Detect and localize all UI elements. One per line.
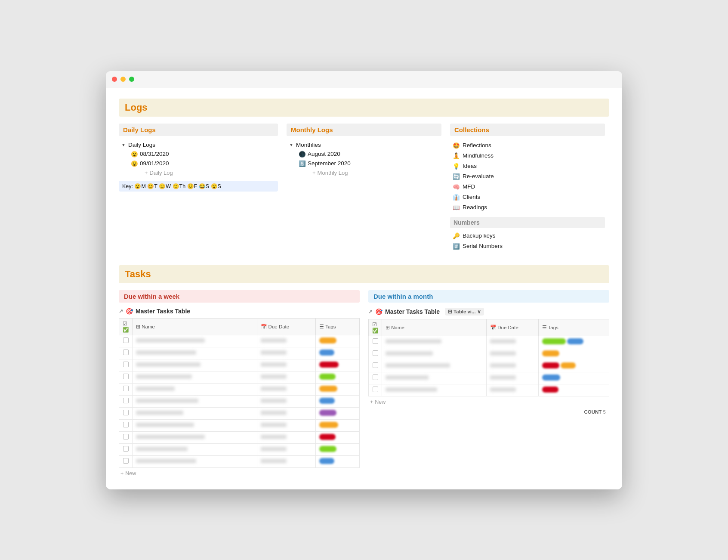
row-checkbox[interactable]: [119, 383, 133, 395]
collection-clients[interactable]: 👔 Clients: [450, 192, 605, 202]
reflections-label: Reflections: [463, 142, 491, 149]
row-name: [133, 455, 257, 467]
emoji-1: 😮: [131, 151, 138, 158]
reevaluate-label: Re-evaluate: [463, 173, 494, 179]
view-badge[interactable]: ⊟ Table vi... ∨: [445, 308, 484, 316]
row-date: [257, 395, 316, 407]
table-row[interactable]: [119, 407, 360, 419]
plus-icon-month: +: [370, 399, 373, 405]
row-checkbox[interactable]: [119, 455, 133, 467]
row-name: [133, 371, 257, 383]
daily-log-item-1[interactable]: 😮 08/31/2020: [128, 149, 278, 159]
th-tags-week: ☰ Tags: [316, 318, 360, 335]
row-checkbox[interactable]: [369, 384, 382, 396]
monthly-logs-header: Monthly Logs: [287, 124, 441, 136]
table-row[interactable]: [119, 443, 360, 455]
triangle-icon-2: ▼: [289, 142, 293, 147]
row-tags: [538, 372, 609, 384]
monthly-item-sep[interactable]: 5️⃣ September 2020: [296, 159, 441, 168]
row-tags: [316, 443, 360, 455]
collections-header: Collections: [450, 124, 605, 136]
daily-logs-tree-label: Daily Logs: [128, 142, 155, 148]
row-date: [257, 419, 316, 431]
collection-reflections[interactable]: 🤩 Reflections: [450, 140, 605, 151]
row-tags: [538, 336, 609, 348]
reevaluate-emoji: 🔄: [453, 173, 460, 180]
readings-label: Readings: [463, 204, 487, 210]
row-checkbox[interactable]: [119, 419, 133, 431]
collection-ideas[interactable]: 💡 Ideas: [450, 161, 605, 171]
row-date: [257, 455, 316, 467]
row-checkbox[interactable]: [119, 407, 133, 419]
row-tags: [538, 348, 609, 360]
row-checkbox[interactable]: [119, 347, 133, 359]
ideas-label: Ideas: [463, 163, 477, 169]
row-tags: [316, 359, 360, 371]
maximize-button[interactable]: [129, 77, 134, 82]
row-name: [382, 348, 487, 360]
row-name: [133, 335, 257, 347]
table-row[interactable]: [369, 372, 609, 384]
add-new-month[interactable]: + New: [368, 396, 609, 408]
row-checkbox[interactable]: [119, 443, 133, 455]
mindfulness-label: Mindfulness: [463, 152, 494, 159]
row-checkbox[interactable]: [369, 336, 382, 348]
th-name-week: ⊞ Name: [133, 318, 257, 335]
collection-readings[interactable]: 📖 Readings: [450, 202, 605, 213]
monthly-items: 🌑 August 2020 5️⃣ September 2020 + Month…: [287, 149, 441, 177]
table-row[interactable]: [369, 348, 609, 360]
monthlies-tree-root[interactable]: ▼ Monthlies: [287, 140, 441, 149]
collection-reevaluate[interactable]: 🔄 Re-evaluate: [450, 171, 605, 182]
row-checkbox[interactable]: [369, 372, 382, 384]
collection-serial-numbers[interactable]: #️⃣ Serial Numbers: [450, 241, 605, 251]
due-week-table-title: ↗ 🎯 Master Tasks Table: [119, 308, 360, 315]
titlebar: [106, 71, 622, 88]
row-name: [133, 407, 257, 419]
table-row[interactable]: [119, 359, 360, 371]
row-checkbox[interactable]: [119, 335, 133, 347]
table-icon: ⊟: [448, 309, 452, 315]
row-date: [487, 384, 538, 396]
arrow-icon-week: ↗: [119, 308, 123, 314]
table-row[interactable]: [369, 384, 609, 396]
add-monthly-log[interactable]: + Monthly Log: [296, 168, 441, 177]
daily-log-item-2[interactable]: 😮 09/01/2020: [128, 159, 278, 168]
backup-label: Backup keys: [463, 232, 496, 239]
triangle-icon: ▼: [121, 142, 126, 147]
mfd-emoji: 🧠: [453, 183, 460, 190]
main-content: Logs Daily Logs ▼ Daily Logs 😮 08/31/202…: [106, 88, 622, 489]
row-tags: [316, 395, 360, 407]
daily-logs-tree-root[interactable]: ▼ Daily Logs: [119, 140, 278, 149]
tasks-section-header: Tasks: [119, 265, 609, 283]
table-row[interactable]: [119, 395, 360, 407]
monthly-item-aug[interactable]: 🌑 August 2020: [296, 149, 441, 159]
collection-mfd[interactable]: 🧠 MFD: [450, 182, 605, 192]
minimize-button[interactable]: [120, 77, 126, 82]
month-table-name: Master Tasks Table: [385, 308, 440, 315]
table-row[interactable]: [369, 360, 609, 372]
add-daily-log[interactable]: + Daily Log: [128, 168, 278, 177]
th-date-month: 📅 Due Date: [487, 319, 538, 336]
row-checkbox[interactable]: [369, 348, 382, 360]
row-checkbox[interactable]: [369, 360, 382, 372]
table-row[interactable]: [369, 336, 609, 348]
sep-label: September 2020: [308, 160, 351, 167]
table-row[interactable]: [119, 335, 360, 347]
table-row[interactable]: [119, 455, 360, 467]
row-checkbox[interactable]: [119, 395, 133, 407]
collection-backup-keys[interactable]: 🔑 Backup keys: [450, 231, 605, 241]
plus-icon: +: [145, 170, 148, 176]
table-row[interactable]: [119, 419, 360, 431]
row-checkbox[interactable]: [119, 359, 133, 371]
row-name: [133, 395, 257, 407]
add-daily-label: Daily Log: [150, 170, 173, 176]
table-row[interactable]: [119, 383, 360, 395]
table-row[interactable]: [119, 347, 360, 359]
table-row[interactable]: [119, 431, 360, 443]
row-checkbox[interactable]: [119, 371, 133, 383]
row-checkbox[interactable]: [119, 431, 133, 443]
close-button[interactable]: [112, 77, 117, 82]
collection-mindfulness[interactable]: 🧘 Mindfulness: [450, 151, 605, 161]
add-new-week[interactable]: + New: [119, 468, 360, 479]
table-row[interactable]: [119, 371, 360, 383]
